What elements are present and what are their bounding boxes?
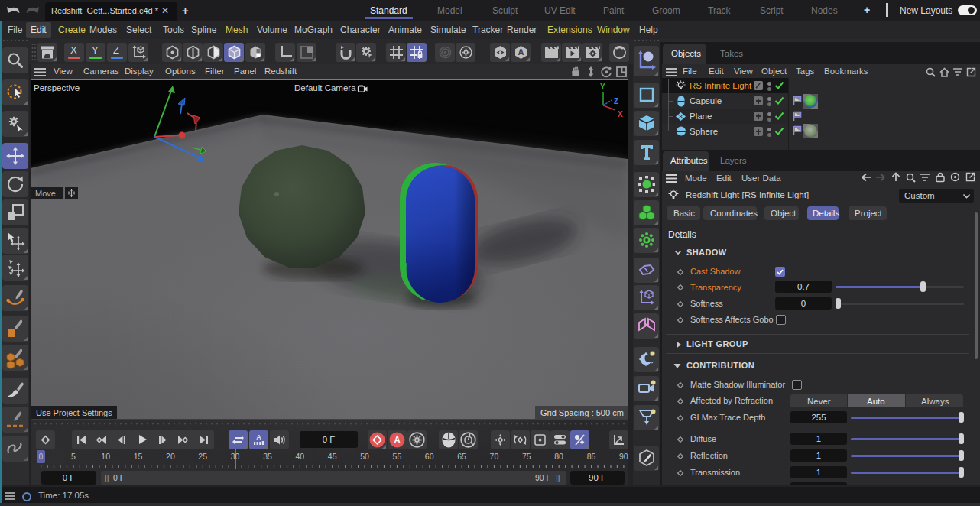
svg-text:Z: Z	[614, 97, 618, 105]
svg-text:A: A	[518, 47, 524, 57]
svg-text:X: X	[618, 110, 623, 118]
svg-text:A: A	[394, 435, 401, 446]
svg-text:A: A	[256, 433, 261, 441]
svg-text:Y: Y	[600, 83, 605, 91]
